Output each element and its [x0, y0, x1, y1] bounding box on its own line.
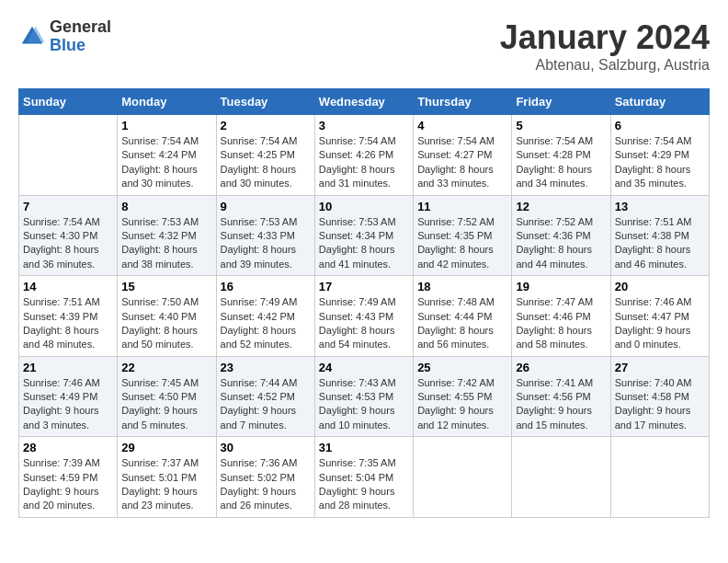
- calendar-body: 1Sunrise: 7:54 AMSunset: 4:24 PMDaylight…: [19, 115, 710, 518]
- day-info: Sunrise: 7:48 AMSunset: 4:44 PMDaylight:…: [417, 295, 507, 352]
- day-info: Sunrise: 7:54 AMSunset: 4:25 PMDaylight:…: [221, 134, 311, 191]
- month-title: January 2024: [500, 18, 710, 57]
- day-number: 13: [615, 200, 705, 213]
- weekday-header-row: SundayMondayTuesdayWednesdayThursdayFrid…: [19, 89, 710, 115]
- day-info: Sunrise: 7:53 AMSunset: 4:32 PMDaylight:…: [121, 215, 211, 272]
- weekday-header-wednesday: Wednesday: [314, 89, 413, 115]
- day-cell: 6Sunrise: 7:54 AMSunset: 4:29 PMDaylight…: [610, 115, 709, 196]
- day-number: 11: [417, 200, 507, 213]
- day-cell: 25Sunrise: 7:42 AMSunset: 4:55 PMDayligh…: [414, 356, 512, 437]
- weekday-header-sunday: Sunday: [19, 89, 118, 115]
- day-cell: 29Sunrise: 7:37 AMSunset: 5:01 PMDayligh…: [118, 437, 216, 518]
- logo-text: General Blue: [50, 18, 111, 55]
- day-info: Sunrise: 7:36 AMSunset: 5:02 PMDaylight:…: [221, 456, 311, 513]
- day-cell: 15Sunrise: 7:50 AMSunset: 4:40 PMDayligh…: [118, 276, 216, 357]
- day-info: Sunrise: 7:35 AMSunset: 5:04 PMDaylight:…: [319, 456, 409, 513]
- day-number: 28: [23, 441, 113, 454]
- title-area: January 2024 Abtenau, Salzburg, Austria: [500, 18, 710, 74]
- day-number: 4: [417, 119, 507, 132]
- day-cell: 7Sunrise: 7:54 AMSunset: 4:30 PMDaylight…: [19, 195, 118, 276]
- weekday-header-monday: Monday: [118, 89, 216, 115]
- day-number: 21: [23, 361, 113, 374]
- weekday-header-thursday: Thursday: [414, 89, 512, 115]
- day-info: Sunrise: 7:45 AMSunset: 4:50 PMDaylight:…: [121, 376, 211, 433]
- logo: General Blue: [18, 18, 111, 55]
- weekday-header-tuesday: Tuesday: [216, 89, 314, 115]
- day-cell: 1Sunrise: 7:54 AMSunset: 4:24 PMDaylight…: [118, 115, 216, 196]
- day-cell: 19Sunrise: 7:47 AMSunset: 4:46 PMDayligh…: [512, 276, 610, 357]
- day-info: Sunrise: 7:54 AMSunset: 4:30 PMDaylight:…: [23, 215, 113, 272]
- day-number: 17: [319, 280, 409, 293]
- day-cell: 17Sunrise: 7:49 AMSunset: 4:43 PMDayligh…: [314, 276, 413, 357]
- day-info: Sunrise: 7:53 AMSunset: 4:33 PMDaylight:…: [221, 215, 311, 272]
- day-cell: [512, 437, 610, 518]
- day-number: 8: [121, 200, 211, 213]
- day-cell: 14Sunrise: 7:51 AMSunset: 4:39 PMDayligh…: [19, 276, 118, 357]
- day-cell: 22Sunrise: 7:45 AMSunset: 4:50 PMDayligh…: [118, 356, 216, 437]
- day-info: Sunrise: 7:37 AMSunset: 5:01 PMDaylight:…: [121, 456, 211, 513]
- day-info: Sunrise: 7:44 AMSunset: 4:52 PMDaylight:…: [221, 376, 311, 433]
- day-cell: [610, 437, 709, 518]
- day-number: 31: [319, 441, 409, 454]
- day-info: Sunrise: 7:46 AMSunset: 4:47 PMDaylight:…: [615, 295, 705, 352]
- day-number: 29: [121, 441, 211, 454]
- day-info: Sunrise: 7:50 AMSunset: 4:40 PMDaylight:…: [121, 295, 211, 352]
- day-cell: 28Sunrise: 7:39 AMSunset: 4:59 PMDayligh…: [19, 437, 118, 518]
- day-cell: 12Sunrise: 7:52 AMSunset: 4:36 PMDayligh…: [512, 195, 610, 276]
- day-info: Sunrise: 7:52 AMSunset: 4:35 PMDaylight:…: [417, 215, 507, 272]
- day-cell: 16Sunrise: 7:49 AMSunset: 4:42 PMDayligh…: [216, 276, 314, 357]
- day-cell: 11Sunrise: 7:52 AMSunset: 4:35 PMDayligh…: [414, 195, 512, 276]
- week-row-4: 28Sunrise: 7:39 AMSunset: 4:59 PMDayligh…: [19, 437, 710, 518]
- day-info: Sunrise: 7:47 AMSunset: 4:46 PMDaylight:…: [516, 295, 606, 352]
- day-cell: [414, 437, 512, 518]
- location: Abtenau, Salzburg, Austria: [500, 57, 710, 74]
- logo-general: General: [50, 18, 111, 37]
- day-number: 3: [319, 119, 409, 132]
- day-number: 23: [221, 361, 311, 374]
- day-info: Sunrise: 7:54 AMSunset: 4:28 PMDaylight:…: [516, 134, 606, 191]
- day-info: Sunrise: 7:54 AMSunset: 4:27 PMDaylight:…: [417, 134, 507, 191]
- day-cell: 24Sunrise: 7:43 AMSunset: 4:53 PMDayligh…: [314, 356, 413, 437]
- day-info: Sunrise: 7:40 AMSunset: 4:58 PMDaylight:…: [615, 376, 705, 433]
- day-info: Sunrise: 7:41 AMSunset: 4:56 PMDaylight:…: [516, 376, 606, 433]
- day-info: Sunrise: 7:49 AMSunset: 4:43 PMDaylight:…: [319, 295, 409, 352]
- day-info: Sunrise: 7:49 AMSunset: 4:42 PMDaylight:…: [221, 295, 311, 352]
- day-info: Sunrise: 7:43 AMSunset: 4:53 PMDaylight:…: [319, 376, 409, 433]
- day-number: 1: [121, 119, 211, 132]
- day-number: 22: [121, 361, 211, 374]
- day-number: 24: [319, 361, 409, 374]
- day-number: 16: [221, 280, 311, 293]
- day-cell: 3Sunrise: 7:54 AMSunset: 4:26 PMDaylight…: [314, 115, 413, 196]
- day-cell: 18Sunrise: 7:48 AMSunset: 4:44 PMDayligh…: [414, 276, 512, 357]
- day-cell: 9Sunrise: 7:53 AMSunset: 4:33 PMDaylight…: [216, 195, 314, 276]
- day-cell: 10Sunrise: 7:53 AMSunset: 4:34 PMDayligh…: [314, 195, 413, 276]
- day-number: 10: [319, 200, 409, 213]
- day-number: 15: [121, 280, 211, 293]
- day-number: 5: [516, 119, 606, 132]
- week-row-0: 1Sunrise: 7:54 AMSunset: 4:24 PMDaylight…: [19, 115, 710, 196]
- day-info: Sunrise: 7:54 AMSunset: 4:24 PMDaylight:…: [121, 134, 211, 191]
- day-number: 19: [516, 280, 606, 293]
- day-cell: [19, 115, 118, 196]
- day-number: 25: [417, 361, 507, 374]
- day-cell: 30Sunrise: 7:36 AMSunset: 5:02 PMDayligh…: [216, 437, 314, 518]
- day-info: Sunrise: 7:53 AMSunset: 4:34 PMDaylight:…: [319, 215, 409, 272]
- day-cell: 20Sunrise: 7:46 AMSunset: 4:47 PMDayligh…: [610, 276, 709, 357]
- day-number: 7: [23, 200, 113, 213]
- day-number: 14: [23, 280, 113, 293]
- weekday-header-saturday: Saturday: [610, 89, 709, 115]
- day-cell: 8Sunrise: 7:53 AMSunset: 4:32 PMDaylight…: [118, 195, 216, 276]
- day-number: 27: [615, 361, 705, 374]
- day-number: 9: [221, 200, 311, 213]
- header: General Blue January 2024 Abtenau, Salzb…: [18, 18, 710, 74]
- day-number: 20: [615, 280, 705, 293]
- day-cell: 13Sunrise: 7:51 AMSunset: 4:38 PMDayligh…: [610, 195, 709, 276]
- day-number: 2: [221, 119, 311, 132]
- logo-icon: [18, 23, 46, 51]
- day-info: Sunrise: 7:54 AMSunset: 4:26 PMDaylight:…: [319, 134, 409, 191]
- day-number: 18: [417, 280, 507, 293]
- day-number: 26: [516, 361, 606, 374]
- day-info: Sunrise: 7:52 AMSunset: 4:36 PMDaylight:…: [516, 215, 606, 272]
- week-row-2: 14Sunrise: 7:51 AMSunset: 4:39 PMDayligh…: [19, 276, 710, 357]
- day-cell: 23Sunrise: 7:44 AMSunset: 4:52 PMDayligh…: [216, 356, 314, 437]
